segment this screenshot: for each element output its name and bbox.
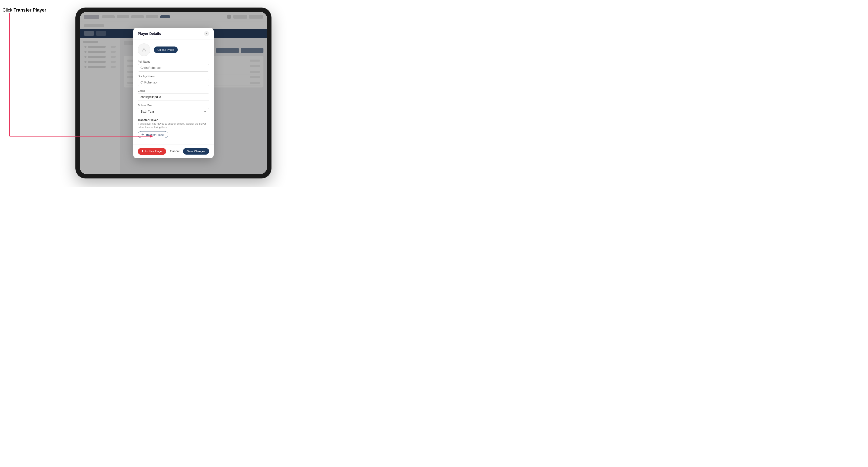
tablet-device: Player Details × bbox=[75, 7, 272, 179]
app-background: Player Details × bbox=[80, 12, 267, 174]
instruction-prefix: Click bbox=[2, 7, 13, 12]
modal-header: Player Details × bbox=[133, 28, 214, 39]
modal-body: Upload Photo Full Name Display Name bbox=[133, 39, 214, 145]
instruction-area: Click Transfer Player bbox=[2, 7, 73, 16]
school-year-label: School Year bbox=[138, 104, 209, 107]
transfer-section-title: Transfer Player bbox=[138, 118, 209, 121]
upload-photo-button[interactable]: Upload Photo bbox=[154, 46, 178, 53]
transfer-btn-label: Transfer Player bbox=[146, 133, 164, 136]
important-note: IMPORTANT: If a player is being transfer… bbox=[2, 151, 70, 187]
transfer-section-desc: If this player has moved to another scho… bbox=[138, 122, 209, 129]
display-name-label: Display Name bbox=[138, 75, 209, 78]
transfer-player-button[interactable]: Transfer Player bbox=[138, 131, 168, 138]
email-label: Email bbox=[138, 89, 209, 92]
modal-title: Player Details bbox=[138, 32, 161, 36]
full-name-group: Full Name bbox=[138, 60, 209, 72]
full-name-input[interactable] bbox=[138, 64, 209, 72]
avatar bbox=[138, 43, 150, 56]
display-name-group: Display Name bbox=[138, 75, 209, 86]
photo-upload-row: Upload Photo bbox=[138, 43, 209, 56]
transfer-section: Transfer Player If this player has moved… bbox=[138, 118, 209, 138]
modal-footer: ⬇ Archive Player Cancel Save Changes bbox=[133, 145, 214, 158]
school-year-group: School Year First Year Second Year Third… bbox=[138, 104, 209, 115]
footer-right: Cancel Save Changes bbox=[167, 148, 209, 155]
email-input[interactable] bbox=[138, 93, 209, 101]
archive-btn-label: Archive Player bbox=[145, 150, 163, 153]
instruction-bold: Transfer Player bbox=[13, 7, 46, 12]
instruction-click: Click Transfer Player bbox=[2, 7, 73, 13]
email-group: Email bbox=[138, 89, 209, 101]
modal-close-button[interactable]: × bbox=[204, 31, 209, 36]
display-name-input[interactable] bbox=[138, 79, 209, 86]
tablet-screen: Player Details × bbox=[80, 12, 267, 174]
modal-overlay: Player Details × bbox=[80, 12, 267, 174]
school-year-select[interactable]: First Year Second Year Third Year Fourth… bbox=[138, 108, 209, 115]
save-changes-button[interactable]: Save Changes bbox=[183, 148, 209, 155]
svg-point-3 bbox=[143, 48, 145, 50]
archive-icon: ⬇ bbox=[141, 150, 144, 153]
player-details-modal: Player Details × bbox=[133, 28, 214, 158]
archive-player-button[interactable]: ⬇ Archive Player bbox=[138, 148, 166, 155]
cancel-button[interactable]: Cancel bbox=[167, 148, 182, 155]
full-name-label: Full Name bbox=[138, 60, 209, 63]
transfer-icon bbox=[142, 133, 144, 136]
